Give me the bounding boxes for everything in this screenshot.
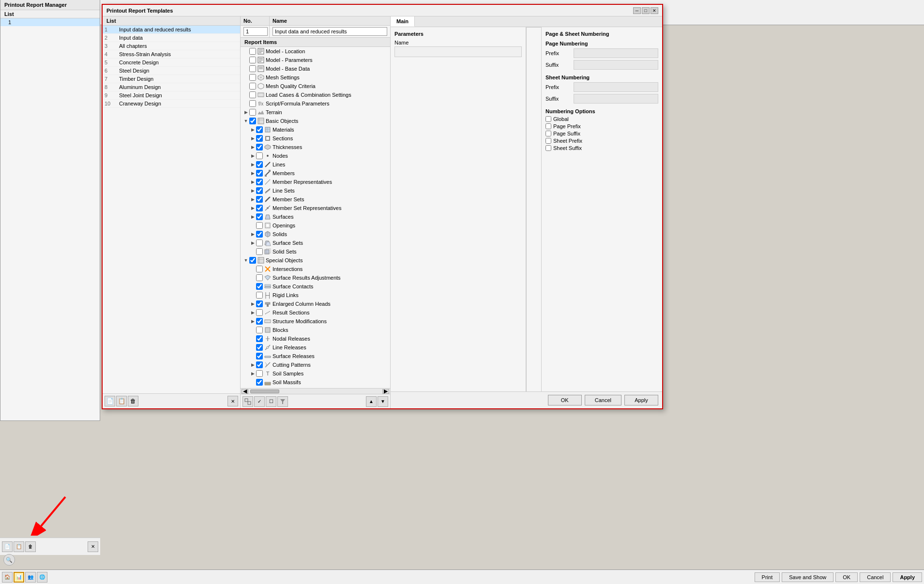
expand-structmod[interactable]: ▶ bbox=[249, 318, 256, 325]
left-panel-item[interactable]: 1 bbox=[0, 18, 100, 26]
expand-materials[interactable]: ▶ bbox=[249, 126, 256, 133]
tree-item-intersections[interactable]: Intersections bbox=[241, 265, 390, 273]
tree-item-thicknesses[interactable]: ▶ Thicknesses bbox=[241, 143, 390, 151]
tree-item-linesets[interactable]: ▶ Line Sets bbox=[241, 186, 390, 195]
tree-item-nodes[interactable]: ▶ • Nodes bbox=[241, 151, 390, 160]
list-close-button[interactable]: ✕ bbox=[227, 396, 238, 406]
expand-model-location[interactable] bbox=[242, 48, 249, 55]
expand-all-button[interactable] bbox=[242, 396, 253, 407]
tree-item-members[interactable]: ▶ Members bbox=[241, 169, 390, 178]
expand-basic-objects[interactable]: ▼ bbox=[242, 118, 249, 124]
check-structmod[interactable] bbox=[256, 318, 263, 325]
tree-item-surfaces[interactable]: ▶ Surfaces bbox=[241, 212, 390, 221]
expand-model-parameters[interactable] bbox=[242, 57, 249, 63]
tree-item-nodalreleases[interactable]: Nodal Releases bbox=[241, 334, 390, 343]
check-all-button[interactable]: ✓ bbox=[254, 396, 265, 407]
expand-nodalreleases[interactable] bbox=[249, 335, 256, 342]
name-param-input[interactable] bbox=[394, 46, 522, 57]
tree-item-sections[interactable]: ▶ Sections bbox=[241, 134, 390, 143]
check-soilmassifs[interactable] bbox=[256, 379, 263, 386]
expand-linereleases[interactable] bbox=[249, 344, 256, 351]
search-button[interactable]: 🔍 bbox=[3, 554, 15, 566]
expand-terrain[interactable]: ▶ bbox=[242, 109, 249, 116]
check-model-basedata[interactable] bbox=[249, 65, 256, 72]
expand-member-reps[interactable]: ▶ bbox=[249, 179, 256, 185]
check-membersetreps[interactable] bbox=[256, 205, 263, 211]
minimize-button[interactable]: ─ bbox=[633, 7, 641, 14]
app-icon-4[interactable]: 🌐 bbox=[37, 572, 47, 583]
expand-surfacereleases[interactable] bbox=[249, 353, 256, 359]
check-thicknesses[interactable] bbox=[256, 144, 263, 150]
tree-item-member-reps[interactable]: ▶ Member Representatives bbox=[241, 178, 390, 186]
apply-status-button[interactable]: Apply bbox=[893, 572, 922, 582]
tree-item-openings[interactable]: Openings bbox=[241, 221, 390, 230]
close-left-button[interactable]: ✕ bbox=[88, 541, 98, 552]
page-suffix-input[interactable] bbox=[574, 60, 658, 70]
tree-item-solidsets[interactable]: Solid Sets bbox=[241, 247, 390, 256]
check-cutting[interactable] bbox=[256, 361, 263, 368]
list-row-7[interactable]: 7 Timber Design bbox=[103, 75, 240, 83]
tree-item-structmod[interactable]: ▶ Structure Modifications bbox=[241, 317, 390, 326]
expand-membersets[interactable]: ▶ bbox=[249, 196, 256, 203]
scroll-right-button[interactable]: ▶ bbox=[382, 389, 389, 394]
list-row-1[interactable]: 1 Input data and reduced results bbox=[103, 26, 240, 34]
sheet-prefix-input[interactable] bbox=[574, 82, 658, 92]
tree-item-model-basedata[interactable]: Model - Base Data bbox=[241, 64, 390, 73]
check-linesets[interactable] bbox=[256, 187, 263, 194]
check-model-location[interactable] bbox=[249, 48, 256, 55]
option-sheetprefix-checkbox[interactable] bbox=[545, 138, 551, 144]
list-row-4[interactable]: 4 Stress-Strain Analysis bbox=[103, 50, 240, 59]
expand-sections[interactable]: ▶ bbox=[249, 135, 256, 142]
tree-item-linereleases[interactable]: Line Releases bbox=[241, 343, 390, 352]
check-linereleases[interactable] bbox=[256, 344, 263, 351]
check-surfacecontacts[interactable] bbox=[256, 283, 263, 290]
check-model-parameters[interactable] bbox=[249, 57, 256, 63]
expand-surfacecontacts[interactable] bbox=[249, 283, 256, 290]
ok-button[interactable]: OK bbox=[548, 395, 582, 405]
list-row-5[interactable]: 5 Concrete Design bbox=[103, 59, 240, 67]
expand-surfacesets[interactable]: ▶ bbox=[249, 240, 256, 246]
app-icon-3[interactable]: 👥 bbox=[25, 572, 36, 583]
check-solids[interactable] bbox=[256, 231, 263, 238]
move-down-button[interactable]: ▼ bbox=[378, 396, 388, 407]
cancel-button[interactable]: Cancel bbox=[585, 395, 621, 405]
check-special-objects[interactable] bbox=[249, 257, 256, 264]
tree-item-cutting[interactable]: ▶ Cutting Patterns bbox=[241, 360, 390, 369]
tree-item-enlarged[interactable]: ▶ Enlarged Column Heads bbox=[241, 299, 390, 308]
check-script[interactable] bbox=[249, 100, 256, 107]
print-button[interactable]: Print bbox=[755, 572, 780, 582]
expand-solids[interactable]: ▶ bbox=[249, 231, 256, 238]
tree-item-solids[interactable]: ▶ Solids bbox=[241, 230, 390, 239]
check-loadcases[interactable] bbox=[249, 91, 256, 98]
expand-model-basedata[interactable] bbox=[242, 65, 249, 72]
tree-item-membersets[interactable]: ▶ Member Sets bbox=[241, 195, 390, 204]
expand-script[interactable] bbox=[242, 100, 249, 107]
tree-item-script[interactable]: f/x Script/Formula Parameters bbox=[241, 99, 390, 108]
expand-cutting[interactable]: ▶ bbox=[249, 361, 256, 368]
check-member-reps[interactable] bbox=[256, 179, 263, 185]
tree-item-lines[interactable]: ▶ Lines bbox=[241, 160, 390, 169]
cancel-status-button[interactable]: Cancel bbox=[860, 572, 891, 582]
option-sheetsuffix-checkbox[interactable] bbox=[545, 145, 551, 151]
tab-main[interactable]: Main bbox=[391, 16, 415, 27]
tree-item-model-location[interactable]: Model - Location bbox=[241, 47, 390, 56]
expand-solidsets[interactable] bbox=[249, 248, 256, 255]
tree-item-surfacereleases[interactable]: Surface Releases bbox=[241, 352, 390, 360]
check-basic-objects[interactable] bbox=[249, 118, 256, 124]
tree-item-special-objects[interactable]: ▼ Special Objects bbox=[241, 256, 390, 265]
tree-item-mesh-quality[interactable]: Mesh Quality Criteria bbox=[241, 82, 390, 90]
expand-nodes[interactable]: ▶ bbox=[249, 152, 256, 159]
expand-openings[interactable] bbox=[249, 222, 256, 229]
list-row-3[interactable]: 3 All chapters bbox=[103, 42, 240, 50]
app-icon-2[interactable]: 📊 bbox=[14, 572, 24, 583]
tree-item-loadcases[interactable]: Load Cases & Combination Settings bbox=[241, 90, 390, 99]
tree-item-soilmassifs[interactable]: Soil Massifs bbox=[241, 378, 390, 387]
check-surfacereleases[interactable] bbox=[256, 353, 263, 359]
expand-enlarged[interactable]: ▶ bbox=[249, 300, 256, 307]
list-row-10[interactable]: 10 Craneway Design bbox=[103, 100, 240, 108]
sheet-suffix-input[interactable] bbox=[574, 94, 658, 104]
maximize-button[interactable]: □ bbox=[642, 7, 650, 14]
check-surfaceresults[interactable] bbox=[256, 274, 263, 281]
expand-resultsections[interactable]: ▶ bbox=[249, 309, 256, 316]
check-soilsamples[interactable] bbox=[256, 370, 263, 377]
